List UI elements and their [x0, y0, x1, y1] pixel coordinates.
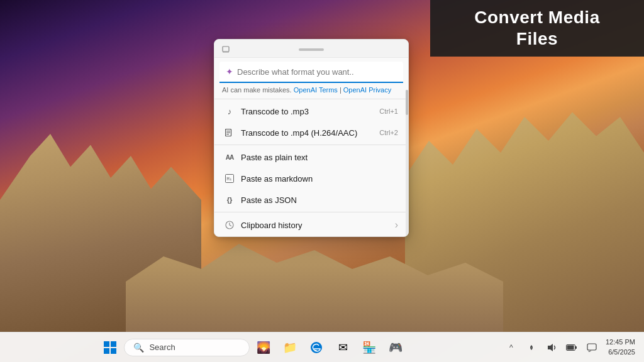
tray-clock[interactable]: 12:45 PM 6/5/2025 — [603, 337, 638, 357]
menu-item-label-markdown: Paste as markdown — [241, 174, 398, 184]
taskbar-app-xbox[interactable]: 🎮 — [383, 335, 408, 360]
context-menu: ✦ AI can make mistakes. OpenAI Terms | O… — [214, 39, 409, 237]
svg-rect-11 — [104, 348, 109, 354]
disclaimer-text: AI can make mistakes. — [222, 86, 292, 94]
openai-terms-link[interactable]: OpenAI Terms — [294, 86, 338, 94]
ai-search-container[interactable]: ✦ — [219, 62, 403, 83]
svg-marker-14 — [548, 344, 553, 351]
drag-handle — [299, 48, 324, 51]
taskbar-center-area: 🔍 Search 🌄 📁 ✉ 🏪 🎮 — [6, 335, 500, 360]
svg-rect-17 — [567, 345, 574, 349]
json-icon: {} — [225, 195, 235, 205]
ai-disclaimer: AI can make mistakes. OpenAI Terms | Ope… — [214, 84, 408, 97]
menu-item-label-clipboard: Clipboard history — [241, 221, 386, 230]
tray-date-display: 6/5/2025 — [606, 348, 635, 357]
menu-drag-bar[interactable] — [214, 40, 408, 58]
taskbar-app-photos[interactable]: 🌄 — [251, 335, 276, 360]
taskbar-app-files[interactable]: 📁 — [277, 335, 303, 360]
ai-sparkle-icon: ✦ — [226, 67, 233, 77]
disclaimer-separator: | — [340, 86, 341, 94]
menu-item-clipboard-history[interactable]: Clipboard history › — [214, 214, 408, 236]
window-icon — [221, 45, 231, 55]
menu-item-label-plain: Paste as plain text — [241, 153, 398, 162]
markdown-icon: M↓ — [225, 173, 235, 184]
svg-rect-16 — [575, 346, 577, 349]
openai-privacy-link[interactable]: OpenAI Privacy — [343, 86, 391, 94]
menu-item-label-mp4: Transcode to .mp4 (H.264/AAC) — [241, 128, 373, 138]
tray-time-display: 12:45 PM — [606, 337, 635, 347]
search-label: Search — [149, 343, 175, 352]
menu-item-shortcut-mp3: Ctrl+1 — [379, 107, 398, 115]
search-icon: 🔍 — [133, 343, 144, 353]
svg-rect-9 — [104, 341, 109, 347]
menu-item-paste-json[interactable]: {} Paste as JSON — [214, 189, 408, 211]
clock-icon — [225, 220, 235, 230]
taskbar-app-store[interactable]: 🏪 — [357, 335, 382, 360]
svg-text:M↓: M↓ — [227, 177, 232, 182]
menu-item-label-mp3: Transcode to .mp3 — [241, 107, 373, 116]
taskbar-search-bar[interactable]: 🔍 Search — [124, 339, 250, 356]
svg-rect-1 — [223, 52, 229, 53]
svg-rect-0 — [223, 47, 229, 52]
svg-rect-12 — [111, 348, 116, 354]
music-note-icon: ♪ — [225, 106, 235, 116]
menu-item-shortcut-mp4: Ctrl+2 — [379, 129, 398, 136]
page-title: Convert Media Files — [474, 7, 599, 49]
menu-item-label-json: Paste as JSON — [241, 195, 398, 205]
svg-rect-18 — [587, 344, 596, 350]
scroll-track — [406, 90, 408, 236]
menu-item-paste-markdown[interactable]: M↓ Paste as markdown — [214, 168, 408, 189]
system-tray: ^ — [502, 337, 638, 357]
menu-divider-top — [214, 99, 408, 99]
tray-network-icon[interactable] — [523, 339, 540, 356]
menu-divider-2 — [214, 212, 408, 212]
font-aa-icon: AA — [225, 152, 235, 162]
title-overlay: Convert Media Files — [430, 0, 644, 57]
taskbar-app-mail[interactable]: ✉ — [330, 335, 355, 360]
tray-message-icon[interactable] — [583, 339, 601, 356]
tray-volume-icon[interactable] — [543, 339, 560, 356]
svg-rect-10 — [111, 341, 116, 347]
taskbar-app-edge[interactable] — [304, 335, 329, 360]
chevron-right-icon: › — [395, 219, 398, 231]
tray-battery-icon[interactable] — [563, 339, 580, 356]
desktop: Convert Media Files ✦ AI can make mistak… — [0, 0, 644, 362]
video-icon — [225, 128, 235, 138]
menu-item-transcode-mp3[interactable]: ♪ Transcode to .mp3 Ctrl+1 — [214, 101, 408, 122]
menu-item-paste-plain[interactable]: AA Paste as plain text — [214, 146, 408, 168]
tray-chevron-icon[interactable]: ^ — [502, 339, 520, 356]
taskbar: 🔍 Search 🌄 📁 ✉ 🏪 🎮 ^ — [0, 332, 644, 362]
menu-item-transcode-mp4[interactable]: Transcode to .mp4 (H.264/AAC) Ctrl+2 — [214, 122, 408, 143]
menu-divider-1 — [214, 145, 408, 145]
start-button[interactable] — [97, 335, 123, 360]
ai-search-input[interactable] — [237, 67, 397, 77]
scroll-thumb[interactable] — [406, 90, 408, 115]
